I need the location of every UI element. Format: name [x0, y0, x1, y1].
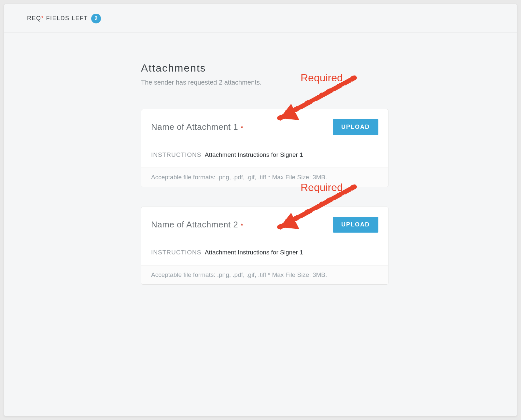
required-asterisk-icon: *	[241, 223, 243, 228]
attachment-footer: Acceptable file formats: .png, .pdf, .gi…	[141, 168, 388, 187]
instructions-label: INSTRUCTIONS	[151, 151, 202, 158]
instructions-text: Attachment Instructions for Signer 1	[205, 151, 303, 158]
attachment-name: Name of Attachment 1	[151, 122, 238, 132]
attachment-instructions: INSTRUCTIONS Attachment Instructions for…	[141, 236, 388, 265]
required-fields-indicator: REQ* FIELDS LEFT	[27, 15, 88, 22]
required-asterisk-icon: *	[241, 125, 243, 131]
content-area: Attachments The sender has requested 2 a…	[4, 33, 517, 416]
attachment-footer: Acceptable file formats: .png, .pdf, .gi…	[141, 265, 388, 284]
req-text: REQ	[27, 15, 41, 21]
attachment-card-header: Name of Attachment 2 * UPLOAD	[141, 207, 388, 236]
req-star-icon: *	[41, 15, 44, 21]
upload-button[interactable]: UPLOAD	[333, 217, 378, 233]
upload-button[interactable]: UPLOAD	[333, 119, 378, 135]
attachment-title-wrap: Name of Attachment 2 *	[151, 220, 243, 230]
instructions-label: INSTRUCTIONS	[151, 249, 202, 256]
centered-column: Attachments The sender has requested 2 a…	[141, 62, 388, 285]
page-title: Attachments	[141, 62, 388, 74]
fields-left-text: FIELDS LEFT	[44, 15, 88, 21]
required-count-badge: 2	[91, 14, 101, 23]
attachment-instructions: INSTRUCTIONS Attachment Instructions for…	[141, 138, 388, 168]
attachment-card: Name of Attachment 2 * UPLOAD INSTRUCTIO…	[141, 207, 388, 285]
page-subtitle: The sender has requested 2 attachments.	[141, 79, 388, 86]
top-bar: REQ* FIELDS LEFT 2	[4, 4, 517, 33]
attachment-card-header: Name of Attachment 1 * UPLOAD	[141, 109, 388, 138]
attachment-name: Name of Attachment 2	[151, 220, 238, 229]
instructions-text: Attachment Instructions for Signer 1	[205, 249, 303, 256]
app-window: REQ* FIELDS LEFT 2 Attachments The sende…	[4, 4, 517, 416]
attachment-title-wrap: Name of Attachment 1 *	[151, 122, 243, 132]
attachment-card: Name of Attachment 1 * UPLOAD INSTRUCTIO…	[141, 109, 388, 187]
